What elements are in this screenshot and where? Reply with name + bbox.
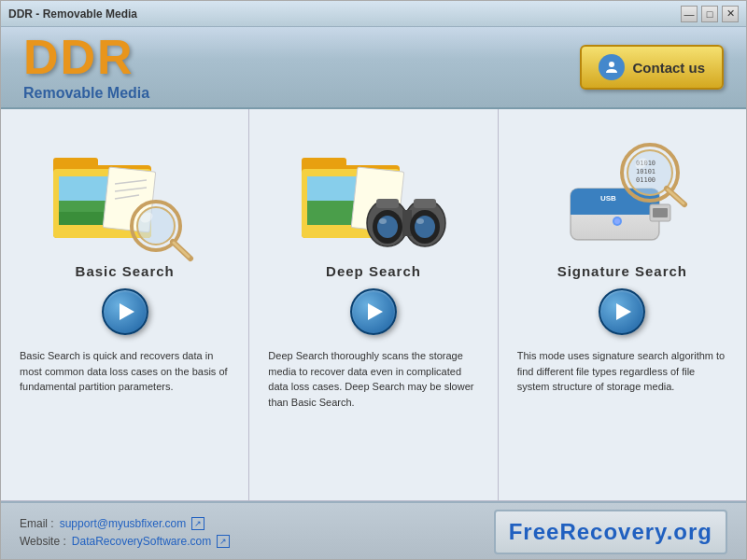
svg-rect-38 — [653, 208, 668, 217]
contact-label: Contact us — [632, 60, 705, 76]
website-label: Website : — [20, 535, 66, 548]
play-icon — [368, 303, 383, 320]
signature-search-panel: USB 01010 10101 01100 — [499, 109, 746, 500]
main-content: Basic Search Basic Search is quick and r… — [1, 109, 746, 501]
signature-search-play-button[interactable] — [599, 288, 645, 335]
deep-search-play-button[interactable] — [350, 288, 397, 335]
deep-search-description: Deep Search thoroughly scans the storage… — [268, 348, 478, 410]
email-row: Email : support@myusbfixer.com ↗ — [20, 517, 230, 530]
svg-text:USB: USB — [600, 194, 616, 203]
svg-rect-17 — [302, 158, 346, 171]
svg-rect-31 — [376, 199, 399, 208]
deep-search-title: Deep Search — [326, 263, 421, 279]
footer: Email : support@myusbfixer.com ↗ Website… — [1, 501, 746, 560]
basic-search-play-button[interactable] — [102, 288, 148, 335]
svg-point-12 — [137, 207, 175, 245]
signature-search-icon: USB 01010 10101 01100 — [543, 128, 701, 263]
svg-rect-36 — [571, 203, 659, 215]
signature-search-title: Signature Search — [557, 263, 687, 279]
svg-rect-32 — [414, 199, 436, 208]
window-title: DDR - Removable Media — [8, 7, 137, 21]
deep-search-panel: Deep Search Deep Search thoroughly scans… — [249, 109, 498, 500]
svg-line-48 — [668, 189, 684, 203]
play-icon — [120, 303, 134, 320]
app-title: DDR — [23, 33, 149, 81]
play-icon — [616, 303, 631, 320]
signature-search-description: This mode uses signature search algorith… — [517, 348, 727, 395]
maximize-button[interactable]: □ — [701, 6, 718, 22]
app-header: DDR Removable Media Contact us — [1, 27, 746, 109]
svg-point-27 — [377, 216, 398, 238]
brand-badge: FreeRecovery.org — [494, 510, 727, 554]
svg-point-28 — [415, 216, 435, 238]
website-external-icon[interactable]: ↗ — [217, 535, 230, 548]
basic-search-title: Basic Search — [76, 263, 175, 279]
website-row: Website : DataRecoverySoftware.com ↗ — [20, 535, 230, 548]
svg-text:01100: 01100 — [636, 176, 655, 184]
svg-point-40 — [614, 218, 620, 224]
email-link[interactable]: support@myusbfixer.com — [60, 517, 187, 530]
svg-text:10101: 10101 — [636, 168, 655, 175]
email-label: Email : — [20, 517, 54, 530]
svg-rect-2 — [53, 158, 98, 171]
close-button[interactable]: ✕ — [722, 6, 739, 22]
svg-point-30 — [416, 218, 424, 224]
svg-point-29 — [379, 218, 387, 224]
window-controls: — □ ✕ — [681, 6, 739, 22]
basic-search-description: Basic Search is quick and recovers data … — [20, 348, 230, 395]
brand-text: FreeRecovery.org — [509, 519, 712, 544]
svg-point-0 — [609, 62, 614, 67]
titlebar: DDR - Removable Media — □ ✕ — [1, 1, 746, 27]
brand-area: DDR Removable Media — [23, 33, 149, 102]
app-subtitle: Removable Media — [23, 85, 149, 102]
deep-search-icon — [294, 128, 453, 263]
minimize-button[interactable]: — — [681, 6, 698, 22]
email-external-icon[interactable]: ↗ — [191, 517, 204, 530]
contact-icon — [599, 54, 625, 80]
contact-button[interactable]: Contact us — [580, 45, 724, 90]
website-link[interactable]: DataRecoverySoftware.com — [72, 535, 211, 548]
basic-search-icon — [46, 128, 204, 263]
footer-links: Email : support@myusbfixer.com ↗ Website… — [20, 517, 230, 548]
basic-search-panel: Basic Search Basic Search is quick and r… — [1, 109, 249, 500]
svg-line-14 — [174, 243, 189, 257]
search-panels: Basic Search Basic Search is quick and r… — [1, 109, 746, 501]
